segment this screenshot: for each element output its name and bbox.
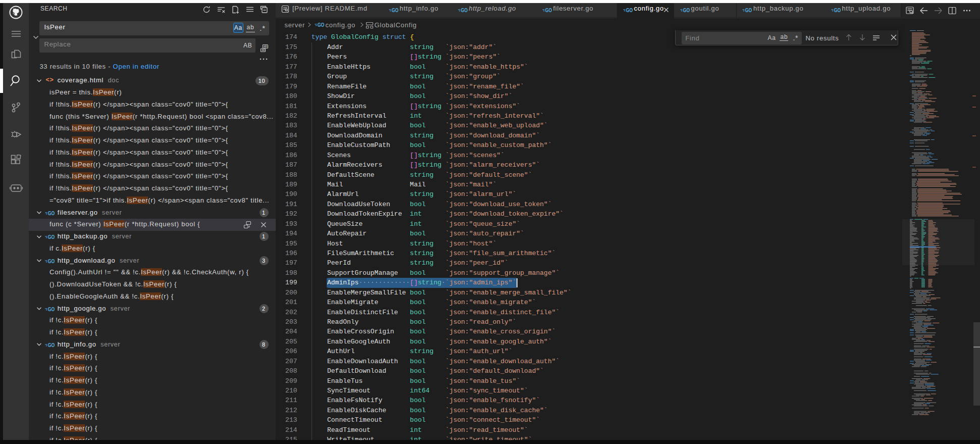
svg-text:GO: GO (47, 210, 55, 216)
svg-text:GO: GO (626, 7, 633, 13)
svg-text:GO: GO (460, 7, 468, 13)
svg-text:GO: GO (47, 342, 55, 348)
svg-text:ab: ab (264, 44, 268, 48)
svg-text:ac: ac (262, 48, 266, 52)
svg-text:GO: GO (47, 306, 55, 312)
svg-text:GO: GO (317, 22, 324, 28)
svg-text:GO: GO (545, 7, 552, 13)
svg-text:GO: GO (47, 234, 55, 240)
svg-text:GO: GO (745, 7, 752, 13)
svg-text:GO: GO (47, 258, 55, 264)
svg-text:GO: GO (391, 7, 398, 13)
svg-text:GO: GO (683, 7, 690, 13)
svg-text:GO: GO (834, 7, 841, 13)
